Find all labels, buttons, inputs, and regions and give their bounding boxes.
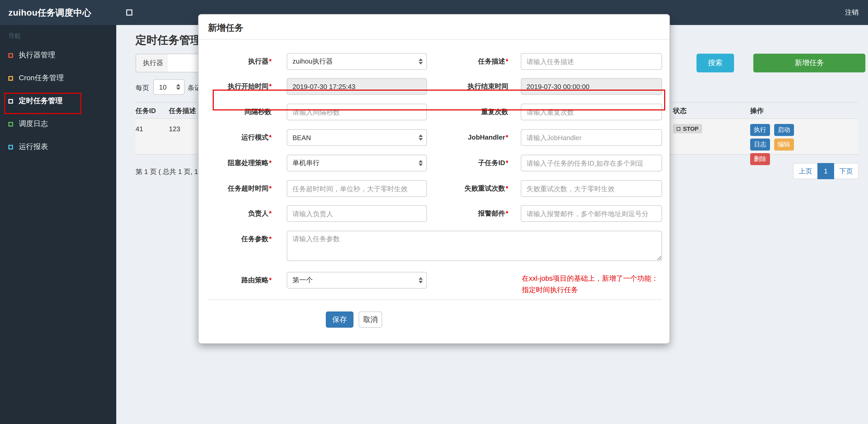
feature-note: 在xxl-jobs项目的基础上，新增了一个功能： 指定时间执行任务	[522, 273, 668, 296]
log-button[interactable]: 日志	[750, 138, 770, 151]
square-icon	[8, 144, 13, 149]
end-time-input[interactable]	[521, 78, 662, 95]
feature-note-line1: 在xxl-jobs项目的基础上，新增了一个功能：	[522, 273, 668, 284]
cell-task-id: 41	[135, 125, 143, 133]
square-icon	[8, 99, 13, 103]
page-title: 定时任务管理	[135, 33, 201, 47]
owner-input[interactable]	[287, 205, 427, 222]
sidebar-item-cron-task[interactable]: Cron任务管理	[0, 67, 116, 90]
timeout-label: 任务超时时间*	[198, 180, 272, 197]
select-arrows-icon	[418, 134, 423, 141]
cell-status: STOP	[673, 124, 702, 133]
sidebar-item-run-report[interactable]: 运行报表	[0, 135, 116, 158]
executor-select[interactable]: zuihou执行器	[287, 53, 427, 70]
select-arrows-icon	[418, 160, 423, 166]
block-strategy-select[interactable]: 单机串行	[287, 155, 427, 171]
executor-select-value: zuihou执行器	[292, 57, 333, 66]
child-job-id-label: 子任务ID*	[438, 155, 508, 171]
job-param-textarea[interactable]	[287, 231, 662, 261]
delete-button[interactable]: 删除	[750, 153, 770, 165]
select-arrows-icon	[418, 277, 423, 283]
cancel-button[interactable]: 取消	[359, 312, 382, 328]
perpage-select[interactable]: 10	[153, 79, 185, 95]
end-time-label: 执行结束时间	[438, 78, 508, 95]
interval-input[interactable]	[287, 104, 427, 120]
page-1-button[interactable]: 1	[817, 163, 834, 179]
executor-label: 执行器*	[198, 53, 272, 70]
feature-note-line2: 指定时间执行任务	[522, 284, 668, 296]
run-mode-select-value: BEAN	[292, 134, 311, 141]
sidebar-item-label: 执行器管理	[19, 51, 55, 60]
square-icon	[8, 122, 13, 126]
job-handler-label: JobHandler*	[438, 129, 508, 146]
add-task-modal: 新增任务 执行器* zuihou执行器 任务描述* 执行开始时间* 执行结束时间	[198, 14, 670, 344]
run-mode-label: 运行模式*	[198, 129, 272, 146]
pagination: 上页 1 下页	[793, 163, 859, 179]
cell-task-desc: 123	[169, 125, 180, 133]
repeat-count-label: 重复次数	[438, 104, 508, 120]
alarm-email-input[interactable]	[521, 205, 662, 222]
timeout-input[interactable]	[287, 180, 427, 197]
modal-footer-divider	[207, 299, 662, 300]
add-task-button[interactable]: 新增任务	[753, 54, 865, 72]
sidebar-toggle-icon[interactable]	[126, 9, 132, 15]
child-job-id-input[interactable]	[521, 155, 662, 171]
col-task-id: 任务ID	[135, 103, 156, 119]
job-handler-input[interactable]	[521, 129, 662, 146]
route-strategy-select[interactable]: 第一个	[287, 272, 427, 289]
repeat-count-input[interactable]	[521, 104, 662, 120]
search-button[interactable]: 搜索	[696, 54, 734, 72]
owner-label: 负责人*	[198, 205, 272, 222]
logout-link[interactable]: 注销	[845, 8, 868, 17]
interval-label: 间隔秒数	[198, 104, 272, 120]
square-icon	[8, 76, 13, 80]
route-strategy-select-value: 第一个	[292, 275, 313, 285]
block-strategy-label: 阻塞处理策略*	[198, 155, 272, 171]
status-badge: STOP	[673, 124, 702, 133]
col-operations: 操作	[750, 103, 764, 119]
sidebar-item-dispatch-log[interactable]: 调度日志	[0, 112, 116, 135]
job-desc-input[interactable]	[521, 53, 662, 70]
sidebar-item-scheduled-task[interactable]: 定时任务管理	[0, 90, 116, 112]
square-icon	[8, 53, 13, 58]
modal-body: 执行器* zuihou执行器 任务描述* 执行开始时间* 执行结束时间 间隔秒数	[198, 14, 671, 344]
run-button[interactable]: 执行	[750, 124, 770, 136]
run-mode-select[interactable]: BEAN	[287, 129, 427, 146]
perpage-select-value: 10	[159, 83, 166, 91]
sidebar-item-label: Cron任务管理	[19, 73, 64, 83]
start-time-input[interactable]	[287, 78, 427, 95]
job-param-label: 任务参数*	[198, 231, 272, 248]
perpage-prefix: 每页	[135, 83, 149, 93]
save-button[interactable]: 保存	[326, 312, 353, 328]
prev-page-button[interactable]: 上页	[793, 163, 817, 179]
start-button[interactable]: 启动	[774, 124, 794, 136]
start-time-label: 执行开始时间*	[198, 78, 272, 95]
sidebar-item-label: 运行报表	[19, 142, 48, 152]
col-task-desc: 任务描述	[169, 103, 196, 119]
route-strategy-label: 路由策略*	[198, 272, 272, 289]
next-page-button[interactable]: 下页	[834, 163, 859, 179]
edit-button[interactable]: 编辑	[774, 138, 794, 151]
fail-retry-input[interactable]	[521, 180, 662, 197]
sidebar-item-label: 调度日志	[19, 119, 48, 129]
sidebar: 导航 执行器管理 Cron任务管理 定时任务管理 调度日志 运行报表	[0, 25, 116, 424]
select-arrows-icon	[176, 84, 180, 90]
select-arrows-icon	[418, 58, 423, 65]
app-root: zuihou任务调度中心 注销 导航 执行器管理 Cron任务管理 定时任务管理…	[0, 0, 868, 424]
brand-title: zuihou任务调度中心	[0, 0, 116, 25]
block-strategy-select-value: 单机串行	[292, 158, 319, 168]
executor-filter-label: 执行器	[135, 54, 170, 72]
col-status: 状态	[673, 103, 687, 119]
pagination-summary: 第 1 页 ( 总共 1 页, 1	[135, 167, 198, 176]
sidebar-item-executor-manage[interactable]: 执行器管理	[0, 44, 116, 67]
stop-square-icon	[677, 127, 680, 130]
alarm-email-label: 报警邮件*	[438, 205, 508, 222]
sidebar-section-label: 导航	[0, 25, 116, 44]
job-desc-label: 任务描述*	[438, 53, 508, 70]
sidebar-item-label: 定时任务管理	[19, 96, 63, 106]
fail-retry-label: 失败重试次数*	[438, 180, 508, 197]
cell-operations: 执行 启动 日志 编辑 删除	[750, 124, 817, 168]
